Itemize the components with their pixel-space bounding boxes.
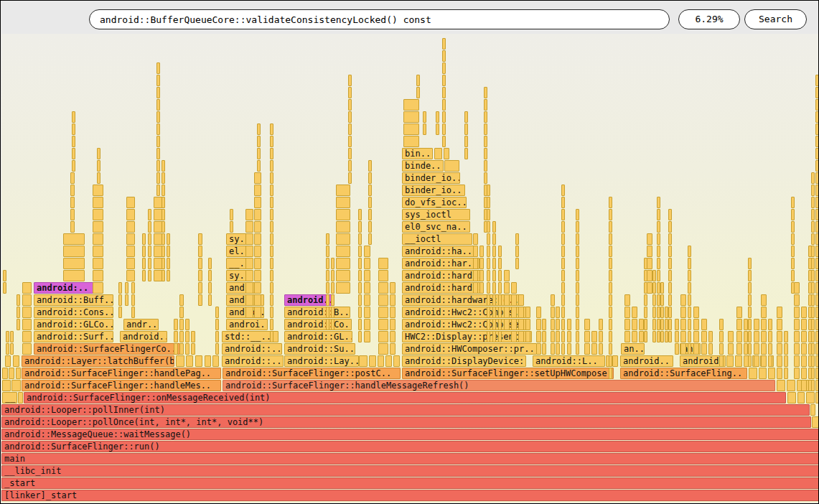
- flame-frame-small[interactable]: [791, 221, 795, 233]
- flame-frame[interactable]: android::SurfaceFlinger::run(): [1, 441, 819, 452]
- flame-frame-small[interactable]: [652, 282, 656, 294]
- flame-frame-small[interactable]: [644, 331, 647, 342]
- flame-frame-small[interactable]: [167, 258, 170, 269]
- flame-frame-small[interactable]: [125, 282, 128, 294]
- flame-frame-small[interactable]: [561, 331, 565, 342]
- flame-frame-small[interactable]: [336, 185, 350, 196]
- flame-frame-small[interactable]: [378, 294, 388, 306]
- flame-frame-small[interactable]: [591, 331, 597, 342]
- flame-frame-small[interactable]: [70, 172, 75, 184]
- flame-frame-small[interactable]: [358, 319, 362, 330]
- flame-frame-small[interactable]: [811, 233, 815, 245]
- flame-frame-small[interactable]: [701, 319, 707, 330]
- flame-frame-small[interactable]: [815, 99, 819, 111]
- flame-frame-small[interactable]: [810, 404, 815, 416]
- flame-frame-small[interactable]: [536, 331, 541, 342]
- flame-frame-small[interactable]: [473, 246, 478, 257]
- flame-frame-small[interactable]: [484, 87, 487, 98]
- flame-frame-small[interactable]: [198, 258, 202, 269]
- flame-frame-small[interactable]: [358, 331, 362, 342]
- flame-frame-small[interactable]: [484, 172, 487, 184]
- flame-frame-small[interactable]: [205, 355, 211, 367]
- flame-frame-small[interactable]: [326, 307, 329, 318]
- flame-frame-small[interactable]: [70, 197, 75, 208]
- flame-frame-small[interactable]: [624, 319, 630, 330]
- flame-frame-small[interactable]: [442, 38, 446, 50]
- flame-frame-small[interactable]: [815, 319, 819, 330]
- flame-frame-small[interactable]: [156, 62, 160, 74]
- flame-frame-small[interactable]: [668, 246, 672, 257]
- flame-frame-small[interactable]: [331, 307, 334, 318]
- flame-frame-small[interactable]: [811, 185, 815, 196]
- flame-frame-small[interactable]: [254, 294, 261, 306]
- flame-frame-small[interactable]: [442, 50, 446, 62]
- flame-frame-small[interactable]: [632, 307, 637, 318]
- flame-frame-small[interactable]: [806, 392, 815, 403]
- flame-frame[interactable]: android::Looper::pollInner(int): [1, 404, 810, 416]
- flame-frame-small[interactable]: [358, 233, 362, 245]
- flame-frame-small[interactable]: [423, 111, 426, 123]
- flame-frame-small[interactable]: [179, 294, 184, 306]
- flame-frame-small[interactable]: [162, 221, 165, 233]
- flame-frame-small[interactable]: [326, 319, 329, 330]
- flame-frame-small[interactable]: [9, 368, 14, 379]
- flame-frame-small[interactable]: [811, 209, 815, 220]
- flame-frame-small[interactable]: [567, 319, 571, 330]
- flame-frame-small[interactable]: [719, 331, 724, 342]
- flame-frame-small[interactable]: [688, 331, 691, 342]
- flame-frame-small[interactable]: [270, 197, 273, 208]
- flame-frame-small[interactable]: [162, 209, 165, 220]
- flame-frame-small[interactable]: [639, 331, 644, 342]
- flame-frame-small[interactable]: [358, 258, 362, 269]
- flame-frame-small[interactable]: [473, 233, 478, 245]
- flame-frame-small[interactable]: [63, 270, 85, 281]
- flame-frame-small[interactable]: [93, 233, 103, 245]
- flame-frame-small[interactable]: [609, 319, 612, 330]
- flame-frame-small[interactable]: [794, 355, 800, 367]
- flame-frame[interactable]: android::Cons..: [34, 307, 113, 318]
- flame-frame[interactable]: el0_svc_na..: [402, 221, 470, 233]
- flame-frame-small[interactable]: [257, 148, 261, 159]
- flame-frame-small[interactable]: [748, 331, 752, 342]
- flame-frame-small[interactable]: [358, 307, 362, 318]
- flame-frame-small[interactable]: [198, 282, 202, 294]
- flame-frame[interactable]: an..: [621, 343, 645, 355]
- flame-frame-small[interactable]: [609, 368, 612, 379]
- flame-frame-small[interactable]: [612, 355, 618, 367]
- flame-frame-small[interactable]: [748, 294, 752, 306]
- flame-frame-small[interactable]: [561, 197, 565, 208]
- flame-frame-small[interactable]: [270, 258, 273, 269]
- flame-frame-small[interactable]: [484, 99, 487, 111]
- flame-frame-small[interactable]: [754, 343, 759, 355]
- flame-frame[interactable]: androi..: [226, 319, 268, 330]
- flame-frame-small[interactable]: [801, 355, 807, 367]
- flame-frame-small[interactable]: [484, 160, 487, 172]
- flame-frame-small[interactable]: [761, 331, 767, 342]
- flame-frame-small[interactable]: [364, 270, 370, 281]
- flame-frame-small[interactable]: [542, 343, 546, 355]
- flame-frame-small[interactable]: [270, 160, 273, 172]
- flame-frame-small[interactable]: [368, 197, 372, 208]
- flame-frame-small[interactable]: [3, 282, 6, 294]
- flame-frame-small[interactable]: [576, 221, 579, 233]
- flame-frame-small[interactable]: [254, 258, 261, 269]
- flame-frame-small[interactable]: [63, 246, 85, 257]
- flame-frame-small[interactable]: [156, 87, 160, 98]
- flame-frame-small[interactable]: [270, 123, 273, 135]
- flame-frame-small[interactable]: [609, 233, 612, 245]
- flame-frame-small[interactable]: [668, 221, 672, 233]
- flame-frame-small[interactable]: [270, 233, 273, 245]
- flame-frame-small[interactable]: [815, 172, 819, 184]
- flame-frame-small[interactable]: [131, 307, 135, 318]
- flame-frame-small[interactable]: [162, 246, 165, 257]
- flame-frame-small[interactable]: [487, 319, 490, 330]
- flame-frame-small[interactable]: [791, 233, 795, 245]
- flame-frame-small[interactable]: [811, 258, 815, 269]
- flame-frame-small[interactable]: [72, 123, 75, 135]
- flame-frame-small[interactable]: [176, 355, 184, 367]
- flame-frame[interactable]: android:..: [34, 282, 94, 294]
- flame-frame-small[interactable]: [660, 282, 664, 294]
- flame-frame-small[interactable]: [815, 258, 819, 269]
- flame-frame-small[interactable]: [815, 160, 819, 172]
- flame-frame-small[interactable]: [719, 319, 724, 330]
